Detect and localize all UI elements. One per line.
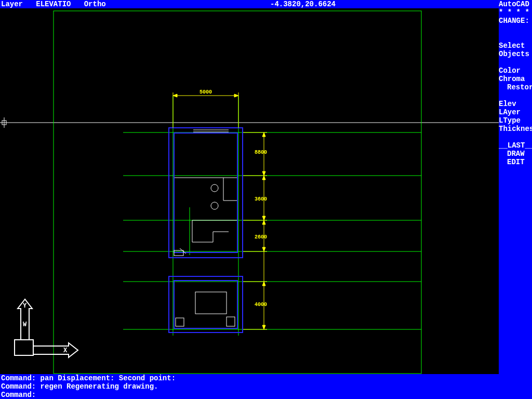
menu-thicknes[interactable]: Thicknes bbox=[499, 125, 532, 133]
svg-rect-27 bbox=[195, 292, 227, 314]
command-area[interactable]: Command: pan Displacement: Second point:… bbox=[0, 374, 532, 399]
status-bar: Layer ELEVATIO Ortho -4.3820,20.6624 bbox=[0, 0, 499, 8]
layer-label: Layer bbox=[1, 0, 23, 8]
svg-rect-10 bbox=[174, 133, 237, 252]
ucs-w-label: W bbox=[23, 321, 27, 328]
svg-marker-49 bbox=[262, 325, 265, 329]
svg-marker-42 bbox=[262, 132, 265, 137]
menu-elev[interactable]: Elev bbox=[499, 100, 532, 108]
svg-rect-12 bbox=[174, 281, 237, 328]
menu-objects[interactable]: Objects bbox=[499, 50, 532, 58]
svg-point-18 bbox=[211, 184, 218, 192]
menu-ltype[interactable]: LType bbox=[499, 116, 532, 125]
coordinates-readout: -4.3820,20.6624 bbox=[270, 0, 336, 8]
menu-stars: * * * * bbox=[499, 8, 532, 17]
drawing-canvas[interactable]: W Y X 5000 8800 3600 2600 4000 bbox=[0, 8, 499, 374]
menu-title: AutoCAD bbox=[499, 0, 532, 8]
svg-marker-44 bbox=[262, 176, 265, 180]
menu-chroma[interactable]: Chroma bbox=[499, 75, 532, 83]
ortho-indicator: Ortho bbox=[84, 0, 106, 8]
svg-rect-50 bbox=[15, 340, 33, 355]
svg-rect-11 bbox=[169, 276, 243, 332]
menu-draw[interactable]: DRAW bbox=[499, 150, 532, 158]
menu-last[interactable]: __LAST__ bbox=[499, 141, 532, 150]
command-prompt[interactable]: Command: bbox=[1, 391, 532, 399]
menu-edit[interactable]: EDIT bbox=[499, 158, 532, 166]
menu-restore[interactable]: Restore bbox=[499, 83, 532, 91]
command-history-1: Command: pan Displacement: Second point: bbox=[1, 374, 532, 382]
svg-marker-47 bbox=[262, 247, 265, 251]
layer-status: Layer ELEVATIO Ortho bbox=[1, 0, 106, 8]
drawing-svg: W Y X bbox=[0, 8, 499, 374]
walls bbox=[169, 128, 243, 332]
dim-r3: 2600 bbox=[255, 234, 267, 240]
layer-name: ELEVATIO bbox=[36, 0, 71, 8]
menu-select[interactable]: Select bbox=[499, 42, 532, 50]
menu-layer[interactable]: LAyer bbox=[499, 108, 532, 116]
dim-r1: 8800 bbox=[255, 150, 267, 155]
menu-color[interactable]: Color bbox=[499, 66, 532, 75]
dim-r4: 4000 bbox=[255, 302, 267, 308]
svg-marker-46 bbox=[262, 220, 265, 224]
svg-rect-9 bbox=[169, 128, 243, 258]
menu-change[interactable]: CHANGE: bbox=[499, 17, 532, 25]
svg-marker-48 bbox=[262, 282, 265, 286]
dim-top: 5000 bbox=[200, 89, 212, 95]
svg-rect-29 bbox=[227, 317, 235, 326]
svg-rect-28 bbox=[176, 318, 184, 326]
ucs-y-label: Y bbox=[23, 302, 27, 310]
dim-r2: 3600 bbox=[255, 196, 267, 202]
construction-lines bbox=[123, 96, 421, 336]
svg-marker-34 bbox=[234, 94, 238, 97]
screen-menu: AutoCAD * * * * CHANGE: Select Objects C… bbox=[499, 0, 532, 399]
svg-point-19 bbox=[211, 202, 218, 209]
command-history-2: Command: regen Regenerating drawing. bbox=[1, 382, 532, 391]
svg-marker-33 bbox=[173, 94, 177, 97]
ucs-x-label: X bbox=[63, 347, 68, 354]
interior-lines bbox=[174, 130, 237, 326]
